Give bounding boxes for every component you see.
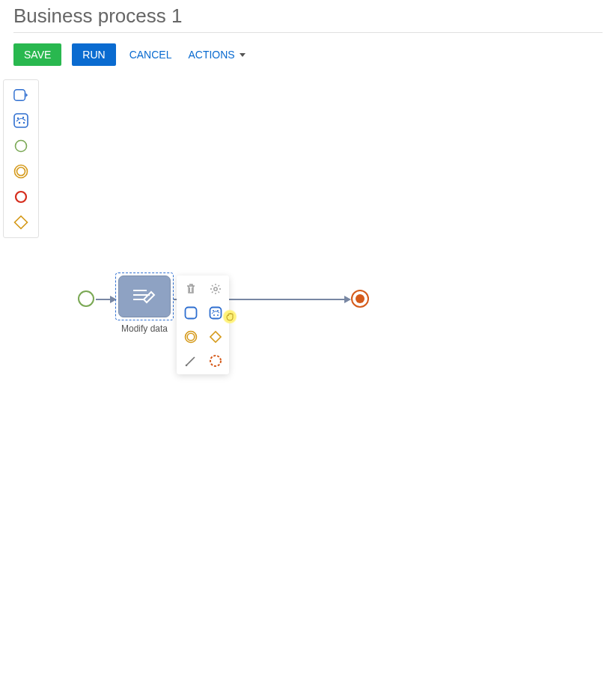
add-intermediate-event[interactable] [183, 329, 198, 344]
svg-line-21 [212, 285, 213, 287]
arrow-head-icon [344, 296, 351, 303]
end-event-node[interactable] [351, 290, 369, 308]
add-gateway[interactable] [208, 329, 223, 344]
svg-line-23 [212, 292, 213, 293]
svg-point-35 [185, 365, 187, 367]
add-connector[interactable] [183, 353, 198, 368]
modify-data-icon [132, 286, 157, 307]
svg-point-36 [210, 356, 221, 366]
svg-line-22 [218, 292, 219, 293]
cancel-button[interactable]: CANCEL [126, 43, 175, 66]
task-label: Modify data [115, 323, 174, 334]
svg-point-29 [213, 314, 215, 316]
svg-point-32 [187, 333, 195, 341]
svg-point-27 [213, 310, 214, 311]
svg-point-16 [213, 287, 216, 290]
caret-down-icon [240, 53, 246, 57]
gear-icon [210, 283, 222, 295]
add-script-task[interactable] [208, 305, 223, 320]
delete-action[interactable] [183, 281, 198, 296]
add-user-task[interactable] [183, 305, 198, 320]
task-node-modify-data[interactable]: Modify data [115, 273, 174, 334]
svg-rect-26 [210, 308, 221, 319]
connector-icon [184, 354, 198, 368]
save-button[interactable]: SAVE [13, 43, 61, 66]
add-end-event[interactable] [208, 353, 223, 368]
svg-rect-25 [185, 308, 196, 319]
svg-rect-33 [210, 332, 220, 342]
svg-point-30 [217, 314, 219, 316]
svg-line-34 [186, 357, 195, 365]
actions-dropdown[interactable]: ACTIONS [185, 43, 248, 66]
sequence-flow[interactable] [96, 299, 111, 300]
task-body [118, 275, 171, 317]
page-title: Business process 1 [13, 4, 603, 28]
toolbar: SAVE RUN CANCEL ACTIONS [0, 33, 616, 76]
trash-icon [185, 283, 197, 295]
start-event-node[interactable] [78, 290, 94, 307]
node-context-menu [177, 275, 229, 374]
run-button[interactable]: RUN [72, 43, 115, 66]
svg-line-24 [218, 285, 219, 287]
process-canvas[interactable]: Modify data [0, 79, 616, 685]
actions-label: ACTIONS [188, 49, 234, 61]
selection-outline [115, 273, 174, 320]
settings-action[interactable] [208, 281, 223, 296]
